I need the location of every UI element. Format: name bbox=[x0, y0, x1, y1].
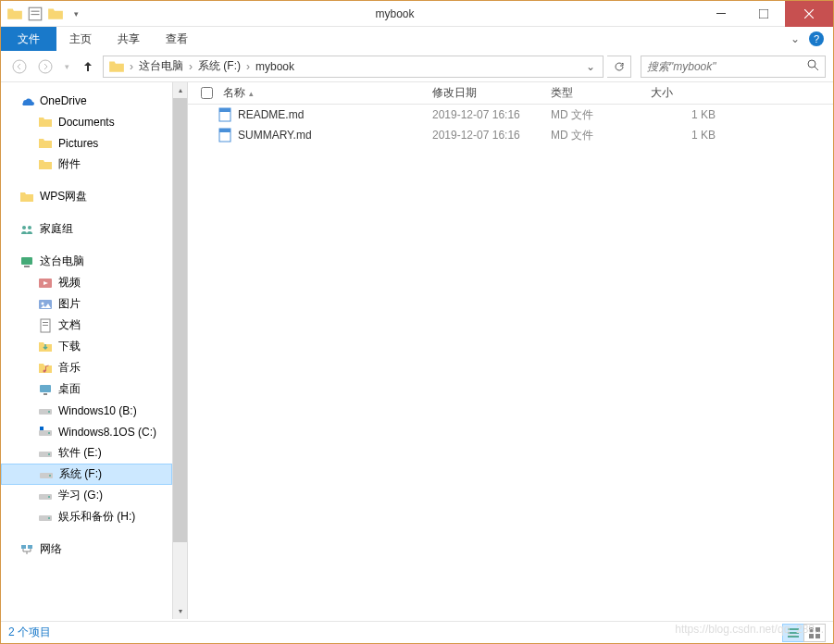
forward-button[interactable] bbox=[34, 56, 56, 78]
tree-item[interactable]: 图片 bbox=[1, 293, 172, 315]
svg-rect-2 bbox=[31, 14, 40, 15]
chevron-right-icon[interactable]: › bbox=[187, 60, 194, 73]
svg-rect-19 bbox=[40, 385, 51, 392]
tree-label: Windows10 (B:) bbox=[58, 404, 137, 417]
column-header-date[interactable]: 修改日期 bbox=[432, 85, 551, 101]
tree-item[interactable]: 家庭组 bbox=[1, 218, 172, 240]
column-header-size[interactable]: 大小 bbox=[651, 85, 734, 101]
tree-item[interactable]: 系统 (F:) bbox=[1, 464, 172, 485]
scroll-down-icon[interactable]: ▾ bbox=[173, 603, 187, 619]
svg-point-9 bbox=[28, 226, 31, 229]
onedrive-icon bbox=[19, 93, 34, 108]
tree-item[interactable]: OneDrive bbox=[1, 90, 172, 111]
svg-rect-3 bbox=[716, 13, 726, 14]
status-text: 2 个项目 bbox=[8, 625, 51, 640]
ribbon-tab-view[interactable]: 查看 bbox=[153, 27, 201, 51]
file-row[interactable]: README.md2019-12-07 16:16MD 文件1 KB bbox=[188, 105, 833, 125]
svg-point-14 bbox=[42, 302, 44, 304]
search-input[interactable] bbox=[647, 60, 807, 73]
svg-point-6 bbox=[39, 60, 52, 73]
address-dropdown-icon[interactable]: ⌄ bbox=[580, 60, 601, 73]
recent-dropdown[interactable]: ▾ bbox=[60, 56, 73, 78]
tree-item[interactable]: 附件 bbox=[1, 154, 172, 175]
folder-icon bbox=[108, 58, 125, 75]
file-row[interactable]: SUMMARY.md2019-12-07 16:16MD 文件1 KB bbox=[188, 125, 833, 145]
svg-rect-39 bbox=[219, 129, 230, 132]
file-icon bbox=[218, 128, 232, 142]
tree-item[interactable]: 网络 bbox=[1, 539, 172, 560]
column-header-name[interactable]: 名称▴ bbox=[218, 85, 432, 101]
tree-item[interactable]: Windows8.1OS (C:) bbox=[1, 421, 172, 442]
ribbon-tab-share[interactable]: 共享 bbox=[105, 27, 153, 51]
tree-label: WPS网盘 bbox=[40, 189, 87, 204]
properties-icon[interactable] bbox=[27, 6, 44, 22]
up-button[interactable] bbox=[77, 56, 99, 78]
file-icon bbox=[218, 107, 232, 122]
svg-rect-20 bbox=[44, 393, 47, 395]
chevron-right-icon[interactable]: › bbox=[244, 60, 252, 73]
tree-item[interactable]: 视频 bbox=[1, 272, 172, 293]
minimize-button[interactable] bbox=[700, 1, 742, 27]
tree-label: Windows8.1OS (C:) bbox=[58, 426, 156, 439]
ribbon-tab-home[interactable]: 主页 bbox=[56, 27, 105, 51]
new-folder-icon[interactable] bbox=[47, 6, 64, 22]
tree-item[interactable]: 软件 (E:) bbox=[1, 442, 172, 464]
tree-label: 桌面 bbox=[58, 381, 81, 397]
doc-icon bbox=[38, 318, 53, 333]
tree-item[interactable]: Windows10 (B:) bbox=[1, 400, 172, 421]
tree-label: 家庭组 bbox=[40, 221, 73, 237]
tree-label: 软件 (E:) bbox=[58, 445, 102, 461]
refresh-button[interactable] bbox=[607, 56, 631, 78]
svg-rect-10 bbox=[21, 257, 32, 265]
tree-item[interactable]: 音乐 bbox=[1, 357, 172, 378]
tree-item[interactable]: WPS网盘 bbox=[1, 186, 172, 207]
svg-rect-42 bbox=[788, 636, 799, 638]
help-icon[interactable]: ? bbox=[809, 31, 824, 46]
maximize-button[interactable] bbox=[742, 1, 785, 27]
folder-icon bbox=[38, 115, 53, 130]
address-bar[interactable]: › 这台电脑 › 系统 (F:) › mybook ⌄ bbox=[103, 56, 604, 78]
select-all-checkbox[interactable] bbox=[195, 87, 218, 99]
file-size: 1 KB bbox=[651, 129, 734, 142]
tree-item[interactable]: 桌面 bbox=[1, 378, 172, 400]
folder-icon bbox=[38, 136, 53, 151]
svg-rect-37 bbox=[219, 108, 230, 112]
back-button[interactable] bbox=[8, 56, 31, 78]
tree-label: 系统 (F:) bbox=[59, 466, 102, 482]
tree-label: 文档 bbox=[58, 317, 81, 333]
svg-rect-24 bbox=[40, 427, 44, 430]
svg-point-7 bbox=[808, 60, 815, 68]
tree-item[interactable]: 这台电脑 bbox=[1, 251, 172, 272]
tree-item[interactable]: 文档 bbox=[1, 315, 172, 336]
breadcrumb-segment[interactable]: mybook bbox=[252, 56, 298, 77]
details-view-button[interactable] bbox=[782, 624, 804, 642]
svg-rect-45 bbox=[809, 634, 814, 638]
tree-item[interactable]: Pictures bbox=[1, 132, 172, 154]
file-tab[interactable]: 文件 bbox=[1, 27, 56, 51]
sidebar-scrollbar[interactable]: ▴ ▾ bbox=[172, 82, 188, 619]
close-button[interactable] bbox=[785, 1, 833, 27]
search-icon[interactable] bbox=[807, 59, 819, 74]
breadcrumb-segment[interactable]: 系统 (F:) bbox=[194, 56, 244, 77]
chevron-right-icon[interactable]: › bbox=[128, 60, 135, 73]
column-headers: 名称▴ 修改日期 类型 大小 bbox=[188, 82, 833, 105]
tree-item[interactable]: 学习 (G:) bbox=[1, 485, 172, 506]
scroll-up-icon[interactable]: ▴ bbox=[173, 82, 187, 98]
column-header-type[interactable]: 类型 bbox=[551, 85, 651, 101]
tree-item[interactable]: Documents bbox=[1, 111, 172, 132]
sort-indicator-icon: ▴ bbox=[249, 89, 254, 98]
tree-item[interactable]: 娱乐和备份 (H:) bbox=[1, 506, 172, 527]
search-box[interactable] bbox=[641, 56, 826, 78]
svg-rect-35 bbox=[28, 545, 32, 549]
download-icon bbox=[38, 340, 53, 354]
folder-icon bbox=[38, 157, 53, 172]
svg-point-5 bbox=[13, 60, 26, 73]
icons-view-button[interactable] bbox=[803, 624, 826, 642]
breadcrumb-segment[interactable]: 这台电脑 bbox=[135, 56, 187, 77]
svg-point-33 bbox=[48, 517, 50, 519]
qat-dropdown-icon[interactable]: ▾ bbox=[68, 6, 84, 22]
scroll-thumb[interactable] bbox=[173, 98, 187, 542]
tree-item[interactable]: 下载 bbox=[1, 336, 172, 357]
file-list: 名称▴ 修改日期 类型 大小 README.md2019-12-07 16:16… bbox=[188, 82, 833, 619]
ribbon-expand-icon[interactable]: ⌄ bbox=[790, 32, 800, 45]
